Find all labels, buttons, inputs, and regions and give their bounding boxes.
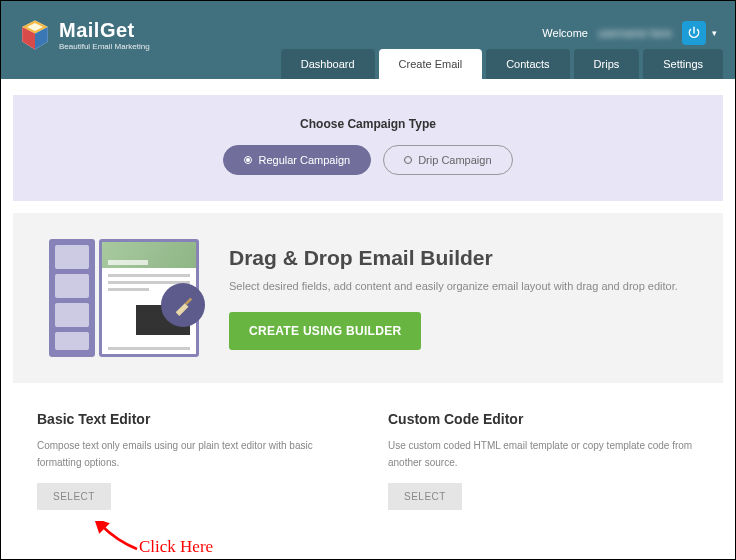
nav-tab-drips[interactable]: Drips (574, 49, 640, 79)
nav-tab-create-email[interactable]: Create Email (379, 49, 483, 79)
logo-title: MailGet (59, 19, 150, 42)
custom-editor-title: Custom Code Editor (388, 411, 699, 427)
nav-tab-contacts[interactable]: Contacts (486, 49, 569, 79)
radio-selected-icon (244, 156, 252, 164)
custom-editor-select-button[interactable]: SELECT (388, 483, 462, 510)
nav-tab-dashboard[interactable]: Dashboard (281, 49, 375, 79)
basic-editor-select-button[interactable]: SELECT (37, 483, 111, 510)
basic-editor-description: Compose text only emails using our plain… (37, 437, 348, 471)
power-icon (687, 26, 701, 40)
app-header: MailGet Beautiful Email Marketing Welcom… (1, 1, 735, 79)
nav-tab-settings[interactable]: Settings (643, 49, 723, 79)
annotation-text: Click Here (139, 537, 213, 557)
custom-code-editor-block: Custom Code Editor Use custom coded HTML… (388, 411, 699, 510)
builder-illustration (49, 239, 199, 357)
main-nav: Dashboard Create Email Contacts Drips Se… (281, 49, 723, 79)
logo-subtitle: Beautiful Email Marketing (59, 42, 150, 51)
custom-editor-description: Use custom coded HTML email template or … (388, 437, 699, 471)
editors-row: Basic Text Editor Compose text only emai… (37, 411, 699, 510)
basic-text-editor-block: Basic Text Editor Compose text only emai… (37, 411, 348, 510)
regular-campaign-label: Regular Campaign (258, 154, 350, 166)
regular-campaign-option[interactable]: Regular Campaign (223, 145, 371, 175)
welcome-label: Welcome (542, 27, 588, 39)
campaign-type-panel: Choose Campaign Type Regular Campaign Dr… (13, 95, 723, 201)
builder-title: Drag & Drop Email Builder (229, 246, 687, 270)
builder-section: Drag & Drop Email Builder Select desired… (13, 213, 723, 383)
power-button[interactable] (682, 21, 706, 45)
builder-description: Select desired fields, add content and e… (229, 278, 687, 296)
basic-editor-title: Basic Text Editor (37, 411, 348, 427)
drip-campaign-option[interactable]: Drip Campaign (383, 145, 512, 175)
logo-cube-icon (19, 19, 51, 51)
drip-campaign-label: Drip Campaign (418, 154, 491, 166)
campaign-heading: Choose Campaign Type (13, 117, 723, 131)
username: username here (598, 27, 672, 39)
chevron-down-icon[interactable]: ▾ (712, 28, 717, 38)
radio-unselected-icon (404, 156, 412, 164)
arrow-icon (89, 521, 149, 560)
logo[interactable]: MailGet Beautiful Email Marketing (19, 19, 150, 51)
campaign-options: Regular Campaign Drip Campaign (13, 145, 723, 175)
create-using-builder-button[interactable]: CREATE USING BUILDER (229, 312, 421, 350)
welcome-area: Welcome username here ▾ (542, 21, 717, 45)
brush-icon (161, 283, 205, 327)
